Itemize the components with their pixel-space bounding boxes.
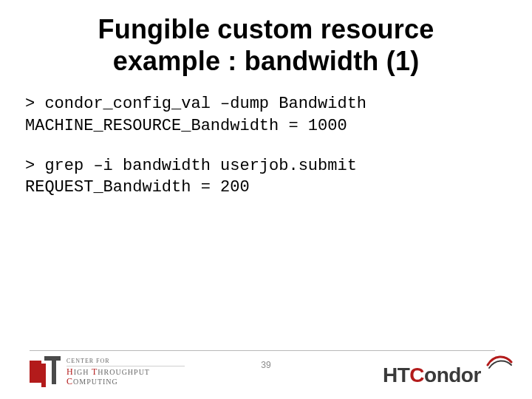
- code-line: REQUEST_Bandwidth = 200: [25, 177, 507, 199]
- code-line: > condor_config_val –dump Bandwidth: [25, 93, 507, 115]
- htcondor-logo-text: HTCondor: [383, 364, 481, 387]
- chtc-line3: COMPUTING: [66, 377, 185, 386]
- htcondor-logo: HTCondor: [383, 356, 516, 389]
- chtc-logo-text: CENTER FOR HIGH THROUGHPUT COMPUTING: [66, 358, 185, 386]
- code-block-2: > grep –i bandwidth userjob.submit REQUE…: [25, 155, 507, 199]
- code-line: MACHINE_RESOURCE_Bandwidth = 1000: [25, 115, 507, 137]
- code-block-1: > condor_config_val –dump Bandwidth MACH…: [25, 93, 507, 137]
- chtc-line2: HIGH THROUGHPUT: [66, 367, 185, 377]
- chtc-logo: CENTER FOR HIGH THROUGHPUT COMPUTING: [30, 356, 192, 387]
- swoosh-icon: [486, 353, 513, 369]
- slide-title: Fungible custom resource example : bandw…: [0, 0, 532, 87]
- chtc-line1: CENTER FOR: [66, 358, 185, 364]
- title-line-1: Fungible custom resource: [98, 14, 434, 44]
- slide: Fungible custom resource example : bandw…: [0, 0, 532, 399]
- code-line: > grep –i bandwidth userjob.submit: [25, 155, 507, 177]
- title-line-2: example : bandwidth (1): [113, 46, 420, 76]
- footer-divider: [30, 350, 495, 351]
- chtc-mark-icon: [30, 356, 61, 386]
- slide-body: > condor_config_val –dump Bandwidth MACH…: [0, 87, 532, 199]
